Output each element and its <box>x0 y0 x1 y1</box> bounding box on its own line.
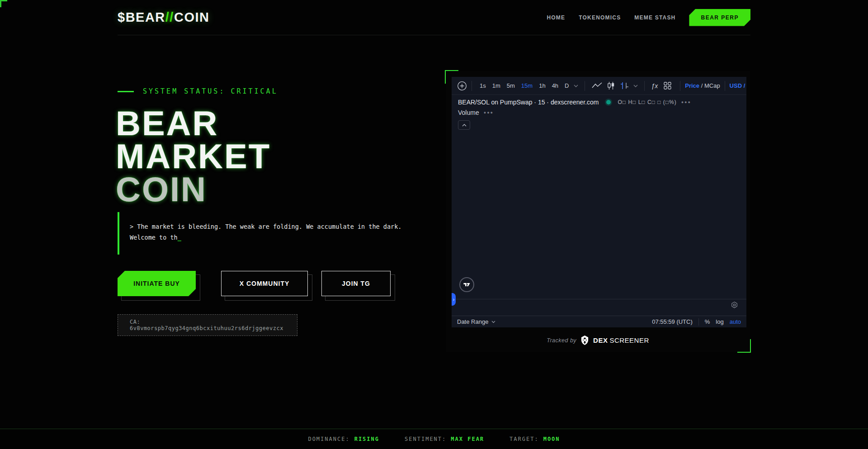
legend-volume-row: Volume ●●● <box>458 109 691 116</box>
dexscreener-owl-icon <box>580 336 589 345</box>
timeframe-5m[interactable]: 5m <box>504 82 518 89</box>
auto-scale-button[interactable]: auto <box>730 318 741 325</box>
contract-address: CA: 6v8vmorspb7qyg34gnq6bcxituhuu2rs6drj… <box>130 319 297 331</box>
collapse-legend-button[interactable] <box>458 120 470 130</box>
logo[interactable]: $BEAR//COIN <box>118 10 209 25</box>
ohlc-values: O□ H□ L□ C□ □ (□%) <box>618 99 677 105</box>
terminal-quote: > The market is bleeding. The weak are f… <box>118 212 402 255</box>
settings-gear-icon[interactable] <box>731 301 738 309</box>
fx-indicator-icon[interactable]: ƒx <box>649 82 660 90</box>
stat-value: RISING <box>354 436 379 442</box>
pane-divider <box>452 299 746 299</box>
timeframe-1h[interactable]: 1h <box>536 82 548 89</box>
system-status: SYSTEM STATUS:CRITICAL <box>118 87 278 95</box>
x-community-label: X COMMUNITY <box>221 271 308 296</box>
logo-suffix: COIN <box>174 10 210 24</box>
currency-toggle[interactable]: USD / <box>730 82 745 89</box>
chevron-down-icon[interactable] <box>633 85 638 87</box>
timeframe-1m[interactable]: 1m <box>489 82 504 89</box>
chevron-up-icon <box>462 124 467 127</box>
candlestick-icon[interactable] <box>604 81 618 90</box>
nav-link-tokenomics[interactable]: TOKENOMICS <box>579 14 621 21</box>
toolbar-divider <box>644 81 645 91</box>
main-nav: HOME TOKENOMICS MEME STASH BEAR PERP <box>547 9 750 26</box>
page-corner-bracket <box>0 0 7 7</box>
percent-scale-button[interactable]: % <box>705 318 710 325</box>
time-axis-bar: Date Range 07:55:59 (UTC) % log auto <box>452 316 746 327</box>
stat-label: TARGET: <box>509 436 539 442</box>
utc-clock: 07:55:59 (UTC) <box>652 318 693 325</box>
bear-perp-button[interactable]: BEAR PERP <box>689 9 750 26</box>
timeframe-1s[interactable]: 1s <box>476 82 489 89</box>
title-line-1: BEAR <box>116 107 271 140</box>
layout-grid-icon[interactable] <box>660 82 675 90</box>
footer-stat-sentiment: SENTIMENT: MAX FEAR <box>405 436 484 442</box>
initiate-buy-button[interactable]: INITIATE BUY <box>118 271 196 296</box>
symbol-title[interactable]: BEAR/SOL on PumpSwap · 15 · dexscreener.… <box>458 99 599 106</box>
initiate-buy-label: INITIATE BUY <box>118 271 196 296</box>
plus-circle-icon[interactable] <box>457 81 467 91</box>
axis-divider <box>698 318 699 326</box>
footer-stat-target: TARGET: MOON <box>509 436 560 442</box>
tradingview-widget: 1s 1m 5m 15m 1h 4h D <box>452 77 746 327</box>
footer-status-bar: DOMINANCE: RISING SENTIMENT: MAX FEAR TA… <box>0 429 868 449</box>
title-line-2: MARKET <box>116 140 271 173</box>
bars-style-icon[interactable] <box>618 81 632 90</box>
stat-value: MAX FEAR <box>451 436 484 442</box>
chart-frame: 1s 1m 5m 15m 1h 4h D <box>446 71 750 352</box>
join-tg-button[interactable]: JOIN TG <box>321 271 391 296</box>
hero-buttons: INITIATE BUY X COMMUNITY JOIN TG <box>118 271 391 296</box>
terminal-text-line1: > The market is bleeding. The weak are f… <box>130 223 401 230</box>
title-line-3: COIN <box>116 173 271 206</box>
legend-symbol-row: BEAR/SOL on PumpSwap · 15 · dexscreener.… <box>458 99 691 106</box>
pane-expand-tab[interactable]: › <box>452 293 456 306</box>
join-tg-label: JOIN TG <box>321 271 391 296</box>
timeframe-4h[interactable]: 4h <box>549 82 561 89</box>
timeframe-1d[interactable]: D <box>561 82 572 89</box>
terminal-cursor: _ <box>178 234 181 241</box>
terminal-text-line2: Welcome to th <box>130 234 178 241</box>
axis-right-controls: 07:55:59 (UTC) % log auto <box>652 318 741 326</box>
tracked-by-label: Tracked by <box>547 337 576 344</box>
stat-label: SENTIMENT: <box>405 436 446 442</box>
status-value: CRITICAL <box>231 87 278 95</box>
dexscreener-brand: DEXSCREENER <box>593 336 649 344</box>
more-dots-icon[interactable]: ●●● <box>681 100 691 104</box>
logo-prefix: $BEAR <box>118 10 165 24</box>
log-scale-button[interactable]: log <box>716 318 723 325</box>
chevron-down-icon <box>491 321 495 323</box>
tracked-by-row[interactable]: Tracked by DEXSCREENER <box>446 336 750 345</box>
more-dots-icon[interactable]: ●●● <box>484 110 494 115</box>
market-status-dot-icon <box>606 100 611 104</box>
stat-value: MOON <box>543 436 560 442</box>
status-text: SYSTEM STATUS:CRITICAL <box>143 87 278 95</box>
header: $BEAR//COIN HOME TOKENOMICS MEME STASH B… <box>118 0 750 35</box>
tradingview-logo-icon[interactable] <box>459 277 474 292</box>
timeframe-15m-active[interactable]: 15m <box>518 82 536 89</box>
logo-slashes: // <box>165 10 174 24</box>
contract-address-box[interactable]: CA: 6v8vmorspb7qyg34gnq6bcxituhuu2rs6drj… <box>118 314 297 336</box>
page-title: BEAR MARKET COIN <box>116 107 271 206</box>
line-chart-icon[interactable] <box>590 82 604 89</box>
nav-link-home[interactable]: HOME <box>547 14 565 21</box>
toolbar-divider <box>472 81 472 91</box>
toolbar-divider <box>725 81 725 91</box>
date-range-button[interactable]: Date Range <box>457 318 495 325</box>
price-mcap-toggle[interactable]: Price / MCap <box>685 82 720 89</box>
x-community-button[interactable]: X COMMUNITY <box>221 271 308 296</box>
chevron-down-icon[interactable] <box>574 85 578 87</box>
nav-link-meme-stash[interactable]: MEME STASH <box>634 14 675 21</box>
page: $BEAR//COIN HOME TOKENOMICS MEME STASH B… <box>0 0 868 449</box>
footer-stat-dominance: DOMINANCE: RISING <box>308 436 379 442</box>
chart-toolbar: 1s 1m 5m 15m 1h 4h D <box>452 77 746 95</box>
status-dash-icon <box>118 91 134 92</box>
chevron-right-icon: › <box>453 297 454 302</box>
chart-legend: BEAR/SOL on PumpSwap · 15 · dexscreener.… <box>458 99 691 130</box>
stat-label: DOMINANCE: <box>308 436 349 442</box>
toolbar-divider <box>680 81 680 91</box>
toolbar-divider <box>585 81 585 91</box>
volume-label[interactable]: Volume <box>458 109 479 116</box>
